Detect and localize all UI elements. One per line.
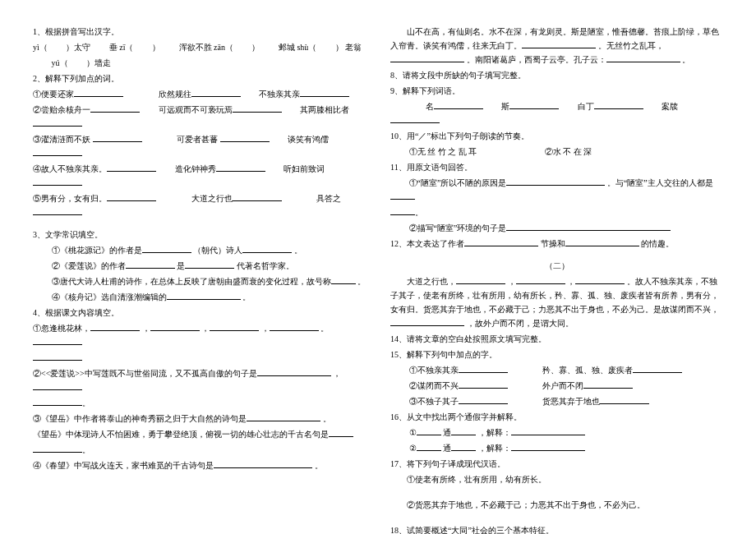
blank[interactable] xyxy=(331,275,356,284)
blank[interactable] xyxy=(583,380,633,389)
blank[interactable] xyxy=(594,100,643,109)
blank[interactable] xyxy=(233,104,282,113)
passage2: 大道之行也， ， ， 。故人不独亲其亲，不独子其子，使老有所终，壮有所用，幼有所… xyxy=(390,274,723,330)
passage1: 山不在高，有仙则名。水不在深，有龙则灵。斯是陋室，惟吾德馨。苔痕上阶绿，草色入帘… xyxy=(390,25,723,67)
blank[interactable] xyxy=(33,381,82,390)
blank[interactable] xyxy=(506,222,671,231)
blank[interactable] xyxy=(464,237,538,246)
blank[interactable] xyxy=(459,380,508,389)
blank[interactable] xyxy=(390,206,415,215)
q17: 17、将下列句子译成现代汉语。 xyxy=(390,457,723,471)
blank[interactable] xyxy=(390,317,464,326)
blank[interactable] xyxy=(33,177,82,186)
blank[interactable] xyxy=(74,88,123,97)
blank[interactable] xyxy=(417,426,441,435)
q11: 11、用原文语句回答。 xyxy=(390,160,723,174)
blank[interactable] xyxy=(216,163,265,172)
q15: 15、解释下列句中加点的字。 xyxy=(390,348,723,361)
blank[interactable] xyxy=(390,114,440,123)
blank[interactable] xyxy=(451,442,476,451)
blank[interactable] xyxy=(233,192,282,201)
blank[interactable] xyxy=(107,192,156,201)
blank[interactable] xyxy=(300,88,349,97)
blank[interactable] xyxy=(33,444,82,453)
blank[interactable] xyxy=(93,133,142,142)
q9-items: 名 斯 白丁 案牍 xyxy=(390,99,723,127)
q3-4: ④《核舟记》选自清涨潮编辑的 。 xyxy=(33,290,366,304)
blank[interactable] xyxy=(142,244,191,253)
q2-title: 2、解释下列加点的词。 xyxy=(33,71,366,85)
blank[interactable] xyxy=(90,104,140,113)
blank[interactable] xyxy=(33,206,82,215)
q2-2: ②尝贻余核舟一 可远观而不可亵玩焉 其两膝相比者 xyxy=(33,103,366,131)
q2-1: ①便要还家 欣然规往 不独亲其亲 xyxy=(33,87,366,101)
blank[interactable] xyxy=(242,244,292,253)
q1-line1: yì（ ）太守 垂 zī（ ） 浑欲不胜 zān（ ） 邺城 shù（ ） 老翁 xyxy=(33,40,366,54)
q4-2: ②<<爱莲说>>中写莲既不与世俗同流，又不孤高自傲的句子是 ， xyxy=(33,366,366,394)
q17-2: ②货恶其弃于地也，不必藏于己；力恶其不出于身也，不必为己。 xyxy=(390,498,723,512)
blank[interactable] xyxy=(210,322,259,331)
blank[interactable] xyxy=(417,442,441,451)
blank[interactable] xyxy=(606,53,680,62)
section-2-title: （二） xyxy=(390,259,723,273)
blank[interactable] xyxy=(451,426,476,435)
q4-1: ①忽逢桃花林， ， ， ， 。 xyxy=(33,321,366,349)
blank[interactable] xyxy=(220,133,270,142)
q3-title: 3、文学常识填空。 xyxy=(33,228,366,242)
blank[interactable] xyxy=(516,275,565,284)
blank[interactable] xyxy=(191,88,241,97)
q1-title: 1、根据拼音写出汉字。 xyxy=(33,25,366,39)
blank[interactable] xyxy=(600,395,649,404)
blank[interactable] xyxy=(522,39,596,48)
blank[interactable] xyxy=(390,53,464,62)
blank[interactable] xyxy=(150,322,200,331)
q4-4: ④《春望》中写战火连天，家书难觅的千古诗句是 。 xyxy=(33,458,366,472)
blank[interactable] xyxy=(506,177,605,186)
blank[interactable] xyxy=(33,117,82,127)
blank[interactable] xyxy=(270,322,319,331)
q9: 9、解释下列词语。 xyxy=(390,84,723,98)
q11-2: ②描写“陋室”环境的句子是 xyxy=(390,221,723,235)
q3-1: ①《桃花源记》的作者是 （朝代）诗人 。 xyxy=(33,243,366,257)
q16-2: ② 通 ，解释： xyxy=(390,441,723,455)
q12: 12、本文表达了作者 节操和 的情趣。 xyxy=(390,237,723,251)
blank[interactable] xyxy=(390,191,415,200)
blank[interactable] xyxy=(329,428,353,437)
blank[interactable] xyxy=(33,397,82,406)
q15-3: ③不独子其子 货恶其弃于地也 xyxy=(390,394,723,408)
q3-2: ②《爱莲说》的作者 是 代著名哲学家。 xyxy=(33,259,366,273)
blank[interactable] xyxy=(509,100,559,109)
blank[interactable] xyxy=(214,459,312,468)
blank[interactable] xyxy=(126,260,175,269)
blank[interactable] xyxy=(459,364,508,373)
blank[interactable] xyxy=(90,322,140,331)
blank[interactable] xyxy=(33,352,82,361)
q8: 8、请将文段中所缺的句子填写完整。 xyxy=(390,68,723,82)
q18: 18、试简要概述“大同”社会的三个基本特征。 xyxy=(390,523,723,534)
q2-5: ⑤男有分，女有归。 大道之行也 具答之 xyxy=(33,191,366,219)
blank[interactable] xyxy=(434,100,483,109)
q3-3: ③唐代大诗人杜甫的诗作，在总体上反映了唐朝由盛而衰的变化过程，故号称 。 xyxy=(33,274,366,288)
blank[interactable] xyxy=(33,147,82,156)
blank[interactable] xyxy=(459,395,508,404)
blank[interactable] xyxy=(633,364,682,373)
q2-3: ③濯清涟而不妖 可爱者甚蕃 谈笑有鸿儒 xyxy=(33,132,366,160)
blank[interactable] xyxy=(565,237,639,246)
q10: 10、用“／”标出下列句子朗读的节奏。 xyxy=(390,129,723,143)
blank[interactable] xyxy=(107,163,156,172)
blank[interactable] xyxy=(511,442,585,451)
blank[interactable] xyxy=(575,275,625,284)
blank[interactable] xyxy=(247,412,320,421)
blank[interactable] xyxy=(456,275,505,284)
q4-title: 4、根据课文内容填空。 xyxy=(33,306,366,320)
q15-1: ①不独亲其亲 矜、寡、孤、独、废疾者 xyxy=(390,363,723,377)
blank[interactable] xyxy=(185,260,234,269)
blank[interactable] xyxy=(511,426,585,435)
q15-2: ②谋闭而不兴 外户而不闭 xyxy=(390,379,723,393)
left-column: 1、根据拼音写出汉字。 yì（ ）太守 垂 zī（ ） 浑欲不胜 zān（ ） … xyxy=(33,25,366,509)
q14: 14、请将文章的空白处按照原文填写完整。 xyxy=(390,332,723,346)
blank[interactable] xyxy=(167,291,241,300)
blank[interactable] xyxy=(257,367,331,376)
q4-3b: 《望岳》中体现诗人不怕困难，勇于攀登绝顶，俯视一切的雄心壮志的千古名句是 xyxy=(33,427,366,441)
blank[interactable] xyxy=(33,336,82,345)
